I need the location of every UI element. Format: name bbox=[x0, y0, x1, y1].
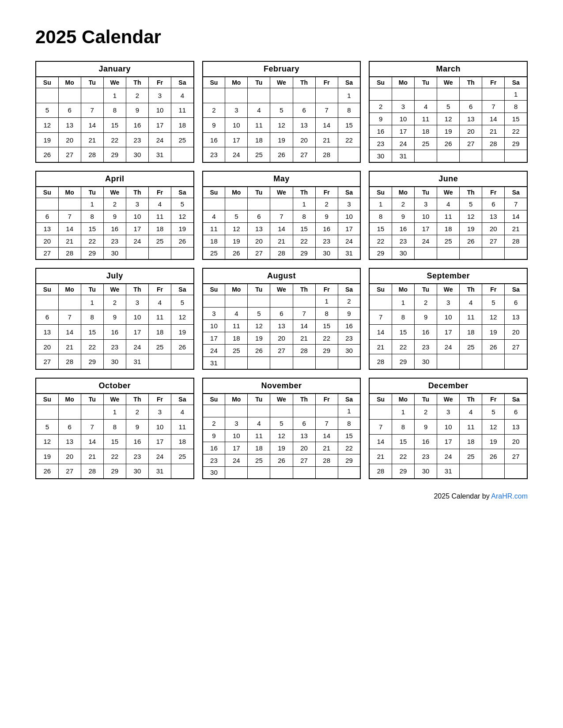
empty-cell bbox=[270, 198, 293, 210]
day-cell: 23 bbox=[203, 454, 225, 466]
day-cell: 23 bbox=[392, 235, 414, 247]
day-cell: 4 bbox=[148, 295, 171, 310]
day-cell: 12 bbox=[225, 222, 248, 235]
empty-cell bbox=[248, 357, 270, 369]
week-row: 23242526272829 bbox=[203, 454, 361, 466]
day-cell: 16 bbox=[338, 320, 360, 332]
day-cell: 9 bbox=[338, 308, 360, 320]
day-header-su: Su bbox=[369, 187, 392, 198]
day-cell: 18 bbox=[460, 325, 482, 340]
footer-link[interactable]: AraHR.com bbox=[491, 492, 528, 500]
week-row: 22232425262728 bbox=[369, 235, 527, 247]
empty-cell bbox=[248, 198, 270, 210]
day-cell: 18 bbox=[148, 222, 171, 235]
day-cell: 1 bbox=[103, 88, 126, 103]
day-cell: 14 bbox=[81, 118, 103, 133]
day-cell: 9 bbox=[369, 113, 392, 125]
month-name-june: June bbox=[369, 171, 527, 187]
day-cell: 30 bbox=[369, 150, 392, 162]
empty-cell bbox=[81, 405, 103, 420]
day-cell: 27 bbox=[270, 345, 293, 357]
month-name-february: February bbox=[203, 61, 361, 77]
day-cell: 11 bbox=[415, 113, 437, 125]
day-header-mo: Mo bbox=[392, 77, 414, 88]
empty-cell bbox=[293, 88, 315, 103]
day-cell: 10 bbox=[225, 118, 248, 133]
day-cell: 26 bbox=[36, 147, 58, 162]
day-cell: 20 bbox=[36, 235, 58, 247]
day-cell: 21 bbox=[369, 339, 392, 354]
day-cell: 4 bbox=[415, 101, 437, 113]
day-cell: 2 bbox=[415, 295, 437, 310]
week-row: 3031 bbox=[369, 150, 527, 162]
day-cell: 10 bbox=[148, 420, 171, 435]
day-cell: 21 bbox=[293, 332, 315, 345]
day-cell: 26 bbox=[270, 147, 293, 162]
week-row: 16171819202122 bbox=[203, 132, 361, 147]
month-name-march: March bbox=[369, 61, 527, 77]
day-header-fr: Fr bbox=[148, 77, 171, 88]
day-header-mo: Mo bbox=[225, 77, 248, 88]
month-name-january: January bbox=[36, 61, 194, 77]
empty-cell bbox=[171, 464, 194, 479]
day-cell: 21 bbox=[315, 132, 338, 147]
day-cell: 16 bbox=[203, 132, 225, 147]
week-row: 282930 bbox=[369, 354, 527, 369]
day-cell: 2 bbox=[103, 198, 126, 210]
day-cell: 27 bbox=[36, 354, 58, 369]
day-cell: 7 bbox=[369, 310, 392, 325]
empty-cell bbox=[482, 247, 505, 259]
week-row: 2728293031 bbox=[36, 354, 194, 369]
empty-cell bbox=[148, 247, 171, 259]
day-cell: 17 bbox=[437, 325, 460, 340]
empty-cell bbox=[270, 405, 293, 417]
day-cell: 18 bbox=[248, 132, 270, 147]
day-cell: 24 bbox=[392, 138, 414, 150]
empty-cell bbox=[293, 295, 315, 308]
day-cell: 22 bbox=[505, 125, 527, 138]
day-header-sa: Sa bbox=[338, 394, 360, 405]
week-row: 12131415161718 bbox=[36, 434, 194, 449]
day-header-fr: Fr bbox=[482, 187, 505, 198]
week-row: 20212223242526 bbox=[36, 235, 194, 247]
day-cell: 23 bbox=[415, 339, 437, 354]
day-cell: 3 bbox=[437, 405, 460, 420]
day-cell: 8 bbox=[293, 210, 315, 222]
day-cell: 14 bbox=[369, 325, 392, 340]
day-header-we: We bbox=[437, 187, 460, 198]
empty-cell bbox=[293, 357, 315, 369]
day-header-sa: Sa bbox=[505, 187, 527, 198]
day-cell: 29 bbox=[81, 247, 103, 259]
day-cell: 5 bbox=[460, 198, 482, 210]
day-cell: 10 bbox=[338, 210, 360, 222]
day-cell: 21 bbox=[315, 442, 338, 454]
day-cell: 2 bbox=[315, 198, 338, 210]
empty-cell bbox=[225, 88, 248, 103]
week-row: 1 bbox=[369, 88, 527, 101]
day-cell: 9 bbox=[103, 210, 126, 222]
empty-cell bbox=[203, 88, 225, 103]
day-cell: 30 bbox=[315, 247, 338, 259]
day-cell: 28 bbox=[270, 247, 293, 259]
day-cell: 3 bbox=[392, 101, 414, 113]
month-table-december: DecemberSuMoTuWeThFrSa123456789101112131… bbox=[369, 378, 528, 480]
month-table-june: JuneSuMoTuWeThFrSa1234567891011121314151… bbox=[369, 171, 528, 260]
day-cell: 26 bbox=[437, 138, 460, 150]
day-cell: 1 bbox=[392, 295, 414, 310]
day-header-tu: Tu bbox=[248, 284, 270, 295]
week-row: 17181920212223 bbox=[203, 332, 361, 345]
day-cell: 8 bbox=[392, 420, 414, 435]
day-cell: 9 bbox=[415, 420, 437, 435]
day-cell: 1 bbox=[338, 405, 360, 417]
day-cell: 2 bbox=[203, 417, 225, 429]
day-cell: 19 bbox=[270, 132, 293, 147]
empty-cell bbox=[293, 405, 315, 417]
day-cell: 26 bbox=[171, 339, 194, 354]
day-header-su: Su bbox=[203, 187, 225, 198]
day-header-th: Th bbox=[293, 394, 315, 405]
day-cell: 27 bbox=[505, 449, 527, 464]
day-header-fr: Fr bbox=[315, 187, 338, 198]
day-cell: 12 bbox=[171, 210, 194, 222]
day-cell: 25 bbox=[171, 132, 194, 147]
day-cell: 8 bbox=[392, 310, 414, 325]
